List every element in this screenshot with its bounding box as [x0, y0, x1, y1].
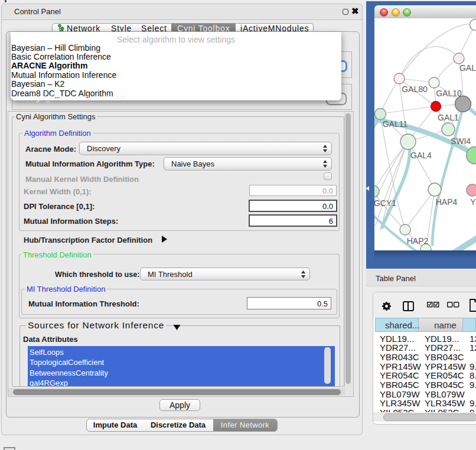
svg-text:GAL1: GAL1	[438, 113, 459, 122]
svg-text:GAL11: GAL11	[383, 119, 408, 129]
svg-text:GAL80: GAL80	[402, 84, 428, 94]
svg-text:GAL10: GAL10	[436, 89, 462, 98]
svg-text:HAP2: HAP2	[407, 236, 429, 246]
svg-text:Y: Y	[470, 197, 476, 207]
svg-text:GAL4: GAL4	[410, 151, 432, 160]
svg-text:GCY1: GCY1	[374, 198, 396, 208]
svg-text:GAL: GAL	[459, 63, 476, 73]
svg-text:SWI4: SWI4	[451, 136, 471, 146]
svg-text:HAP4: HAP4	[436, 197, 458, 207]
